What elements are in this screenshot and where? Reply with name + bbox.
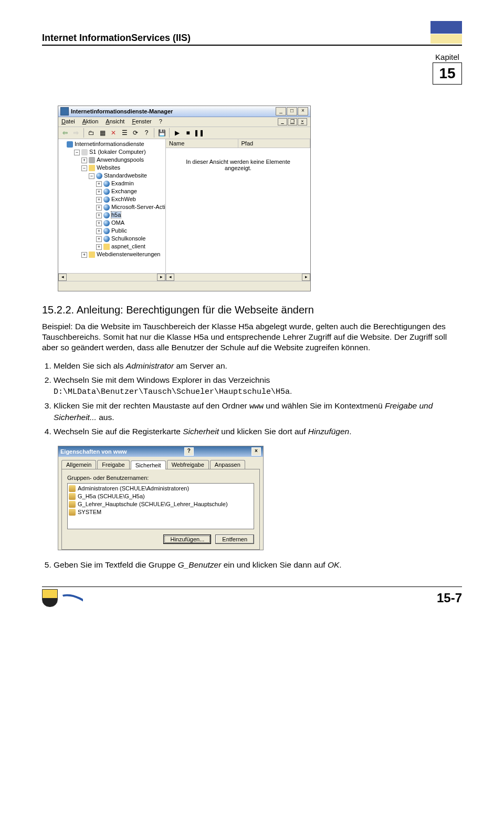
menu-fenster[interactable]: Fenster [132, 118, 151, 125]
globe-icon [103, 196, 110, 203]
section-number: 15.2.2. [42, 304, 74, 316]
expand-toggle[interactable]: + [96, 244, 102, 250]
tree-node[interactable]: Exadmin [111, 180, 134, 186]
globe-icon [103, 228, 110, 234]
tab-panel: Gruppen- oder Benutzernamen: Administrat… [61, 469, 260, 550]
back-button[interactable]: ⇦ [60, 128, 70, 138]
step-5: Geben Sie im Textfeld die Gruppe G_Benut… [54, 560, 462, 571]
globe-icon [103, 181, 110, 187]
tree-node[interactable]: ExchWeb [111, 196, 136, 202]
tree-websites[interactable]: Websites [97, 164, 120, 171]
expand-toggle[interactable]: + [96, 221, 102, 226]
forward-button[interactable]: ⇨ [71, 128, 81, 138]
horizontal-scrollbar[interactable]: ◂▸ [58, 273, 165, 281]
folder-icon [89, 157, 95, 163]
up-button[interactable]: 🗀 [87, 128, 96, 138]
expand-toggle[interactable]: − [74, 150, 80, 155]
chapter-label: Kapitel [433, 53, 462, 61]
close-button[interactable]: × [251, 447, 261, 456]
page-number: 15-7 [437, 591, 462, 605]
menubar[interactable]: Datei Aktion Ansicht Fenster ? _ ❐ × [58, 117, 310, 127]
window-titlebar[interactable]: Internetinformationsdienste-Manager _ □ … [58, 106, 310, 117]
group-list-label: Gruppen- oder Benutzernamen: [67, 475, 254, 481]
expand-toggle[interactable]: − [89, 173, 94, 179]
step-2: Wechseln Sie mit dem Windows Explorer in… [54, 375, 462, 397]
globe-icon [103, 220, 110, 226]
child-close-button[interactable]: × [298, 118, 307, 125]
tree-node[interactable]: OMA [111, 219, 124, 226]
list-item[interactable]: G_H5a (SCHULE\G_H5a) [69, 493, 253, 500]
tree-server[interactable]: S1 (lokaler Computer) [89, 149, 146, 155]
steps-list-continued: Geben Sie im Textfeld die Gruppe G_Benut… [42, 560, 462, 571]
tree-node[interactable]: Microsoft-Server-Acti [111, 204, 165, 210]
page-header-title: Internet InformationServices (IIS) [42, 33, 430, 44]
tree-node[interactable]: aspnet_client [111, 243, 145, 249]
folder-icon [89, 252, 95, 258]
expand-toggle[interactable]: + [81, 252, 87, 258]
tree-node[interactable]: Public [111, 227, 127, 234]
menu-datei[interactable]: Datei [61, 118, 75, 125]
tree-panel[interactable]: Internetinformationsdienste −S1 (lokaler… [58, 139, 166, 281]
tab-anpassen[interactable]: Anpassen [210, 460, 245, 469]
remove-button[interactable]: Entfernen [215, 535, 254, 544]
play-button[interactable]: ▶ [172, 128, 182, 138]
pause-button[interactable]: ❚❚ [194, 128, 204, 138]
expand-toggle[interactable]: + [96, 236, 102, 242]
section-heading: 15.2.2. Anleitung: Berechtigungen für di… [42, 304, 462, 316]
add-button[interactable]: Hinzufügen... [163, 535, 211, 544]
page-footer: 15-7 [42, 586, 462, 607]
stop-button[interactable]: ■ [183, 128, 193, 138]
expand-toggle[interactable]: + [81, 158, 87, 163]
list-panel: Name Pfad In dieser Ansicht werden keine… [166, 139, 310, 281]
tab-sicherheit[interactable]: Sicherheit [131, 460, 166, 469]
list-item[interactable]: G_Lehrer_Hauptschule (SCHULE\G_Lehrer_Ha… [69, 500, 253, 508]
tab-webfreigabe[interactable]: Webfreigabe [167, 460, 209, 469]
expand-toggle[interactable]: + [96, 228, 102, 234]
group-listbox[interactable]: Administratoren (SCHULE\Administratoren)… [67, 483, 254, 529]
menu-ansicht[interactable]: Ansicht [106, 118, 124, 125]
expand-toggle[interactable]: − [81, 165, 87, 171]
dialog-titlebar[interactable]: Eigenschaften von www ? × [58, 446, 263, 457]
menu-aktion[interactable]: Aktion [82, 118, 99, 125]
delete-button[interactable]: ✕ [109, 128, 118, 138]
tree-stdsite[interactable]: Standardwebsite [104, 172, 147, 179]
child-restore-button[interactable]: ❐ [288, 118, 297, 125]
column-header-path[interactable]: Pfad [238, 139, 311, 148]
tree-node[interactable]: Exchange [111, 188, 137, 194]
close-button[interactable]: × [298, 107, 308, 116]
app-icon [60, 107, 69, 116]
tab-freigabe[interactable]: Freigabe [97, 460, 129, 469]
tree-ext[interactable]: Webdiensterweiterungen [97, 251, 160, 257]
group-icon [69, 485, 76, 492]
header-decoration [430, 21, 462, 44]
list-item[interactable]: SYSTEM [69, 508, 253, 516]
properties-button[interactable]: ☰ [120, 128, 129, 138]
expand-toggle[interactable]: + [96, 197, 102, 203]
help-button[interactable]: ? [142, 128, 151, 138]
expand-toggle[interactable]: + [96, 205, 102, 211]
column-header-name[interactable]: Name [166, 139, 238, 148]
list-icon[interactable]: ▦ [98, 128, 107, 138]
maximize-button[interactable]: □ [287, 107, 297, 116]
group-icon [69, 501, 76, 508]
folder-icon [103, 244, 110, 250]
refresh-button[interactable]: ⟳ [131, 128, 140, 138]
child-minimize-button[interactable]: _ [278, 118, 287, 125]
chapter-badge: Kapitel 15 [433, 53, 462, 85]
horizontal-scrollbar[interactable]: ◂▸ [166, 273, 310, 281]
tree-pools[interactable]: Anwendungspools [97, 156, 144, 163]
help-button[interactable]: ? [184, 447, 194, 456]
tree-root[interactable]: Internetinformationsdienste [75, 141, 144, 147]
expand-toggle[interactable]: + [96, 189, 102, 195]
tree-node[interactable]: Schulkonsole [111, 235, 145, 242]
globe-icon [103, 236, 110, 242]
expand-toggle[interactable]: + [96, 181, 102, 187]
list-item[interactable]: Administratoren (SCHULE\Administratoren) [69, 485, 253, 493]
minimize-button[interactable]: _ [276, 107, 286, 116]
tree-node-selected[interactable]: h5a [111, 212, 121, 218]
menu-help[interactable]: ? [159, 118, 162, 125]
expand-toggle[interactable]: + [96, 213, 102, 218]
tab-allgemein[interactable]: Allgemein [61, 460, 96, 469]
export-button[interactable]: 💾 [157, 128, 166, 138]
empty-list-message: angezeigt. [225, 165, 251, 171]
